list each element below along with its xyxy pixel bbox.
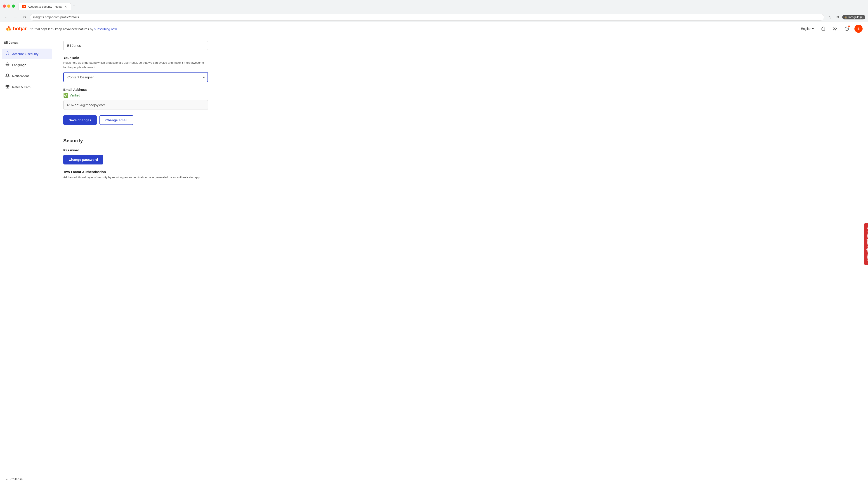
name-field	[63, 41, 208, 51]
sidebar-item-account-security[interactable]: Account & security	[2, 48, 52, 59]
email-input[interactable]	[63, 100, 208, 110]
add-user-button[interactable]	[831, 25, 839, 33]
active-tab[interactable]: H Account & security - Hotjar ✕	[19, 3, 71, 10]
main-content: Your Role Roles help us understand which…	[54, 35, 868, 488]
feedback-label: Rate your experience	[867, 231, 868, 261]
help-button[interactable]	[843, 25, 851, 33]
security-section: Security Password Change password Two-Fa…	[63, 138, 208, 180]
forward-button[interactable]: →	[12, 13, 19, 21]
minimize-window-button[interactable]	[7, 4, 10, 8]
banner-right: English ▾ E	[799, 25, 863, 33]
language-selector[interactable]: English ▾	[799, 26, 815, 31]
sidebar-item-language[interactable]: Language	[2, 60, 52, 70]
app-banner: 🔥 hotjar 11 trial days left - keep advan…	[0, 22, 868, 35]
email-section: Email Address ✅ Verified	[63, 88, 208, 110]
address-text: insights.hotjar.com/profile/details	[33, 15, 79, 19]
subscribe-link[interactable]: subscribing now	[94, 27, 117, 31]
sidebar-user-name: Eli Jones	[0, 39, 54, 48]
tab-title: Account & security - Hotjar	[28, 5, 63, 8]
sidebar-bottom: ← Collapse	[0, 472, 54, 486]
verified-checkmark-icon: ✅	[63, 93, 68, 98]
tab-favicon: H	[22, 5, 26, 8]
back-button[interactable]: ←	[3, 13, 10, 21]
split-screen-button[interactable]: ⧉	[834, 13, 841, 21]
reload-button[interactable]: ↻	[21, 13, 28, 21]
language-icon	[5, 62, 9, 68]
sidebar-nav: Account & security Language Notification…	[0, 48, 54, 472]
browser-chrome: H Account & security - Hotjar ✕ + ← → ↻ …	[0, 0, 868, 22]
section-divider	[63, 132, 208, 132]
collapse-button[interactable]: ← Collapse	[4, 476, 51, 483]
toolbar-actions: ☆ ⧉ 🕵️ Incognito (2)	[826, 13, 865, 21]
role-description: Roles help us understand which professio…	[63, 61, 208, 69]
language-label: English	[801, 27, 811, 31]
new-tab-button[interactable]: +	[71, 2, 77, 10]
save-changes-button[interactable]: Save changes	[63, 115, 97, 125]
change-email-button[interactable]: Change email	[99, 115, 133, 125]
extensions-button[interactable]	[819, 25, 827, 33]
sidebar-item-notifications[interactable]: Notifications	[2, 71, 52, 81]
content-inner: Your Role Roles help us understand which…	[54, 35, 217, 191]
trial-text: 11 trial days left - keep advanced featu…	[30, 27, 93, 31]
change-password-button[interactable]: Change password	[63, 155, 103, 164]
sidebar-item-notifications-label: Notifications	[12, 74, 29, 78]
sidebar: Eli Jones Account & security Language	[0, 35, 54, 488]
address-bar[interactable]: insights.hotjar.com/profile/details	[30, 14, 824, 21]
chevron-down-icon: ▾	[812, 27, 814, 31]
app-container: 🔥 hotjar 11 trial days left - keep advan…	[0, 22, 868, 488]
incognito-badge: 🕵️ Incognito (2)	[842, 15, 865, 20]
add-user-icon	[833, 26, 837, 31]
maximize-window-button[interactable]	[12, 4, 15, 8]
role-field: Your Role Roles help us understand which…	[63, 56, 208, 82]
svg-point-0	[834, 27, 835, 29]
shield-icon	[5, 51, 9, 57]
sidebar-item-account-security-label: Account & security	[12, 52, 38, 56]
banner-left: 🔥 hotjar 11 trial days left - keep advan…	[5, 26, 117, 32]
name-input[interactable]	[63, 41, 208, 51]
button-row: Save changes Change email	[63, 115, 208, 125]
verified-text: Verified	[70, 94, 80, 97]
password-label: Password	[63, 148, 208, 152]
two-fa-description: Add an additional layer of security by r…	[63, 175, 208, 180]
collapse-label: Collapse	[10, 477, 23, 481]
verified-badge: ✅ Verified	[63, 93, 208, 98]
window-controls	[3, 4, 15, 8]
feedback-star-icon: ★	[867, 227, 868, 230]
browser-toolbar: ← → ↻ insights.hotjar.com/profile/detail…	[0, 12, 868, 22]
browser-tabs: H Account & security - Hotjar ✕ +	[19, 2, 77, 10]
rate-experience-button[interactable]: ★ Rate your experience	[864, 223, 868, 265]
role-select[interactable]: Content Designer UX Designer Product Man…	[63, 72, 208, 82]
notification-dot	[848, 26, 850, 27]
close-window-button[interactable]	[3, 4, 6, 8]
browser-titlebar: H Account & security - Hotjar ✕ +	[0, 0, 868, 12]
tab-close-button[interactable]: ✕	[64, 5, 67, 8]
security-title: Security	[63, 138, 208, 144]
collapse-arrow-icon: ←	[5, 477, 8, 481]
sidebar-item-refer-earn-label: Refer & Earn	[12, 86, 31, 89]
app-main: Eli Jones Account & security Language	[0, 35, 868, 488]
extensions-icon	[821, 26, 826, 31]
sidebar-item-language-label: Language	[12, 63, 26, 67]
password-subsection: Password Change password	[63, 148, 208, 170]
two-fa-label: Two-Factor Authentication	[63, 170, 208, 174]
two-fa-subsection: Two-Factor Authentication Add an additio…	[63, 170, 208, 180]
email-label: Email Address	[63, 88, 208, 92]
hotjar-logo: 🔥 hotjar	[5, 26, 27, 31]
sidebar-item-refer-earn[interactable]: Refer & Earn	[2, 82, 52, 92]
role-label: Your Role	[63, 56, 208, 60]
bell-icon	[5, 73, 9, 78]
bookmark-button[interactable]: ☆	[826, 13, 833, 21]
gift-icon	[5, 85, 9, 90]
role-select-wrapper: Content Designer UX Designer Product Man…	[63, 72, 208, 82]
incognito-label: Incognito (2)	[848, 15, 864, 19]
user-avatar[interactable]: E	[855, 25, 863, 33]
